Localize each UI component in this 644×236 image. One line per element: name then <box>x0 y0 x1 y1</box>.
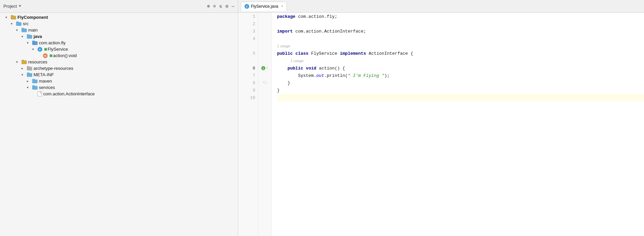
folder-icon-main <box>21 28 27 32</box>
m-method-icon: m <box>43 53 48 58</box>
collapse-icon[interactable]: ≡ <box>213 4 216 9</box>
code-line-9: } <box>277 87 644 94</box>
editor: 1 2 3 4 · 5 · 6 7 8 9 10 <box>238 13 644 236</box>
label-archetype-resources: archetype-resources <box>34 66 73 71</box>
c-class-icon: c <box>38 47 42 52</box>
gutter-usage1 <box>258 42 271 50</box>
gutter-9 <box>258 87 271 94</box>
locate-icon[interactable]: ⊕ <box>207 3 210 9</box>
tree-item-archetype-resources[interactable]: archetype-resources <box>0 65 238 72</box>
ln-1: 1 <box>253 13 255 20</box>
gutter-1 <box>258 13 271 20</box>
project-panel-header: Project ▼ ⊕ ≡ ⇅ ⚙ — <box>0 0 238 12</box>
arrow-archetype-resources[interactable] <box>21 66 27 70</box>
minimize-icon[interactable]: — <box>232 4 234 9</box>
editor-content: 1 2 3 4 · 5 · 6 7 8 9 10 <box>238 13 644 236</box>
textfile-icon <box>38 91 42 96</box>
code-line-7: System.out.println(" I'm Flying "); <box>277 72 644 79</box>
gutter-8[interactable]: 🛡 <box>258 79 271 87</box>
code-line-5: public class FlyService implements Actio… <box>277 50 644 57</box>
gutter-5 <box>258 50 271 57</box>
label-main: main <box>28 28 38 33</box>
tree-item-com-action-fly[interactable]: com.action.fly <box>0 40 238 46</box>
arrow-com-action-fly[interactable] <box>27 41 32 45</box>
label-services: services <box>39 85 55 90</box>
tree-item-maven[interactable]: maven <box>0 78 238 84</box>
settings-icon[interactable]: ⚙ <box>225 3 228 9</box>
folder-icon-src <box>16 21 21 26</box>
ln-6: 6 <box>253 64 255 72</box>
arrow-flycomponent[interactable] <box>5 15 11 19</box>
ln-8: 8 <box>253 79 255 87</box>
label-action-interface: com.action.ActionInterface <box>43 91 95 96</box>
gutter-7 <box>258 72 271 79</box>
gutter-3 <box>258 28 271 35</box>
code-line-8: } <box>277 79 644 87</box>
gutter-2 <box>258 20 271 28</box>
tree-item-resources[interactable]: resources <box>0 59 238 65</box>
folder-icon-archetype <box>27 66 32 70</box>
code-line-4 <box>277 35 644 42</box>
label-com-action-fly: com.action.fly <box>39 40 65 45</box>
action-modified-badge <box>50 54 52 57</box>
tab-c-icon: c <box>245 4 249 9</box>
code-line-10 <box>277 94 644 101</box>
gutter-area: i ↑ 🛡 <box>258 13 272 236</box>
tree-item-flycomponent[interactable]: FlyComponent <box>0 14 238 20</box>
up-arrow-badge: ↑ <box>266 66 268 70</box>
ln-5: 5 <box>253 50 255 57</box>
project-tree: FlyComponent src main java <box>0 13 238 236</box>
arrow-meta-inf[interactable] <box>21 73 27 77</box>
folder-icon-com-action-fly <box>32 41 38 45</box>
tree-item-action-void[interactable]: m action():void <box>0 52 238 59</box>
tab-close-button[interactable]: × <box>281 4 283 8</box>
arrow-main[interactable] <box>16 28 21 32</box>
gutter-4 <box>258 35 271 42</box>
tree-item-action-interface[interactable]: com.action.ActionInterface <box>0 91 238 97</box>
tree-item-src[interactable]: src <box>0 20 238 27</box>
label-java: java <box>34 34 42 39</box>
code-area[interactable]: package com.action.fly; import com.actio… <box>272 13 644 236</box>
header-icons: ⊕ ≡ ⇅ ⚙ — <box>207 3 234 9</box>
label-flyservice: FlyService <box>48 47 68 52</box>
tree-item-java[interactable]: java <box>0 33 238 40</box>
sort-icon[interactable]: ⇅ <box>219 3 222 9</box>
folder-icon-resources <box>21 60 27 64</box>
gutter-usage2 <box>258 57 271 64</box>
label-meta-inf: META-INF <box>34 72 54 77</box>
arrow-resources[interactable] <box>16 60 21 64</box>
folder-icon-services <box>32 85 38 90</box>
arrow-java[interactable] <box>21 35 27 38</box>
line-numbers: 1 2 3 4 · 5 · 6 7 8 9 10 <box>238 13 258 236</box>
arrow-src[interactable] <box>11 22 16 26</box>
tree-item-main[interactable]: main <box>0 27 238 33</box>
top-bar: Project ▼ ⊕ ≡ ⇅ ⚙ — c FlyService.java × <box>0 0 644 13</box>
code-line-3: import com.action.ActionInterface; <box>277 28 644 35</box>
folder-icon-meta-inf <box>27 73 32 77</box>
code-line-1: package com.action.fly; <box>277 13 644 20</box>
ln-4: 4 <box>253 35 255 42</box>
label-flycomponent: FlyComponent <box>17 15 48 20</box>
flyservice-modified-badge <box>44 48 47 51</box>
editor-tab-area: c FlyService.java × <box>238 0 644 12</box>
label-maven: maven <box>39 79 52 84</box>
tree-item-services[interactable]: services <box>0 84 238 91</box>
usage-hint-1: 1 usage <box>277 42 644 50</box>
file-tab[interactable]: c FlyService.java × <box>241 2 287 11</box>
ln-7: 7 <box>253 72 255 79</box>
coverage-badge: i <box>261 66 265 70</box>
ln-3: 3 <box>253 28 255 35</box>
dropdown-arrow[interactable]: ▼ <box>19 4 21 8</box>
tree-item-flyservice[interactable]: c FlyService <box>0 46 238 52</box>
main-content: FlyComponent src main java <box>0 13 644 236</box>
gutter-6[interactable]: i ↑ <box>258 64 271 72</box>
label-src: src <box>23 21 29 26</box>
arrow-flyservice[interactable] <box>32 47 38 51</box>
gutter-10 <box>258 94 271 101</box>
tree-item-meta-inf[interactable]: META-INF <box>0 72 238 78</box>
label-resources: resources <box>28 59 47 64</box>
ln-9: 9 <box>253 87 255 94</box>
ln-2: 2 <box>253 20 255 28</box>
arrow-services[interactable] <box>27 86 32 89</box>
arrow-maven[interactable] <box>27 79 32 83</box>
